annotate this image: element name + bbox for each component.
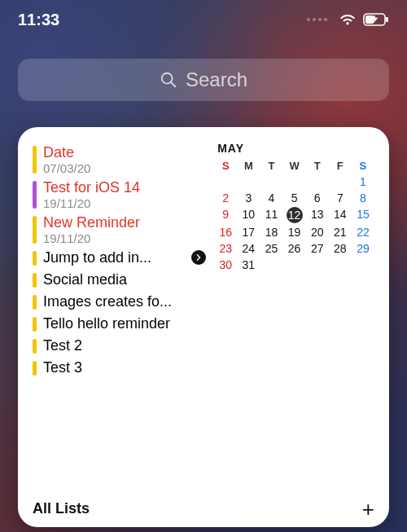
reminder-text: Images creates fo... [43,292,206,310]
svg-rect-1 [386,17,388,22]
reminder-text: Date07/03/20 [43,143,206,175]
reminder-row[interactable]: Date07/03/20 [33,143,206,175]
calendar-day[interactable]: 7 [329,190,352,206]
reminder-color-pill [33,216,37,244]
reminder-color-pill [33,339,37,354]
reminder-title: Tello hello reminder [43,314,206,332]
reminder-text: Test 3 [43,358,206,376]
calendar-day[interactable]: 28 [329,240,352,257]
search-icon [160,71,177,89]
reminder-row[interactable]: Social media [33,270,206,288]
chevron-right-icon [191,250,206,265]
reminder-text: Test 2 [43,336,206,354]
reminder-title: Test 3 [43,358,206,376]
reminder-text: Social media [43,270,206,288]
reminder-color-pill [33,361,37,376]
reminder-text: New Reminder19/11/20 [43,213,206,245]
calendar: MAY SMTWTFS12345678910111213141516171819… [214,142,374,492]
calendar-day[interactable]: 22 [352,224,374,240]
reminders-calendar-widget: Date07/03/20Test for iOS 1419/11/20New R… [18,127,389,527]
calendar-day[interactable]: 23 [214,240,237,257]
svg-line-4 [171,82,175,86]
calendar-day[interactable]: 2 [214,190,237,206]
calendar-day[interactable]: 25 [260,240,282,257]
reminder-title: New Reminder [43,213,206,231]
calendar-day[interactable]: 5 [283,190,306,206]
calendar-day[interactable]: 11 [260,206,282,224]
reminder-color-pill [33,295,37,310]
reminder-title: Images creates fo... [43,292,206,310]
calendar-weekday: S [352,158,374,174]
calendar-day[interactable]: 19 [283,224,306,240]
calendar-day[interactable]: 8 [352,190,374,206]
search-bar[interactable]: Search [18,59,389,101]
reminder-color-pill [33,317,37,332]
calendar-day[interactable]: 4 [260,190,282,206]
calendar-day[interactable]: 13 [306,206,329,224]
reminder-color-pill [33,181,37,209]
calendar-day[interactable]: 24 [237,240,260,257]
reminder-title: Test for iOS 14 [43,178,206,196]
calendar-day[interactable]: 6 [306,190,329,206]
calendar-day[interactable]: 27 [306,240,329,257]
status-bar: 11:33 [0,0,407,39]
calendar-day[interactable]: 20 [306,224,329,240]
calendar-month-label: MAY [217,142,374,155]
reminder-text: Tello hello reminder [43,314,206,332]
calendar-day[interactable]: 12 [283,206,306,224]
status-time: 11:33 [18,11,59,29]
calendar-weekday: F [329,158,352,174]
add-reminder-button[interactable]: + [362,501,374,517]
calendar-day[interactable]: 31 [237,257,260,273]
page-dots [307,18,327,21]
calendar-day[interactable]: 30 [214,257,237,273]
status-right [307,13,389,26]
calendar-day[interactable]: 9 [214,206,237,224]
calendar-day[interactable]: 18 [260,224,282,240]
reminder-row[interactable]: Jump to add in... [33,248,206,266]
reminder-date: 19/11/20 [43,231,206,245]
reminder-color-pill [33,251,37,266]
calendar-day[interactable]: 1 [352,174,374,190]
widget-footer: All Lists + [33,492,374,517]
reminder-row[interactable]: Images creates fo... [33,292,206,310]
calendar-day[interactable]: 17 [237,224,260,240]
calendar-day[interactable]: 21 [329,224,352,240]
reminder-date: 07/03/20 [43,161,206,175]
calendar-weekday: T [306,158,329,174]
calendar-weekday: M [237,158,260,174]
calendar-day[interactable]: 10 [237,206,260,224]
reminder-title: Jump to add in... [43,248,185,266]
reminder-row[interactable]: New Reminder19/11/20 [33,213,206,245]
reminder-text: Test for iOS 1419/11/20 [43,178,206,210]
reminder-row[interactable]: Tello hello reminder [33,314,206,332]
all-lists-button[interactable]: All Lists [33,500,90,517]
reminder-row[interactable]: Test 3 [33,358,206,376]
calendar-weekday: W [283,158,306,174]
reminder-title: Test 2 [43,336,206,354]
reminder-title: Date [43,143,206,161]
calendar-grid: SMTWTFS123456789101112131415161718192021… [214,158,374,273]
reminder-row[interactable]: Test 2 [33,336,206,354]
reminder-color-pill [33,273,37,288]
calendar-day-today: 12 [287,207,303,223]
reminder-row[interactable]: Test for iOS 1419/11/20 [33,178,206,210]
search-placeholder: Search [186,68,247,91]
reminder-date: 19/11/20 [43,196,206,210]
reminder-title: Social media [43,270,206,288]
calendar-day[interactable]: 26 [283,240,306,257]
calendar-day[interactable]: 16 [214,224,237,240]
calendar-day[interactable]: 29 [352,240,374,257]
calendar-day[interactable]: 3 [237,190,260,206]
wifi-icon [339,13,357,26]
reminders-list: Date07/03/20Test for iOS 1419/11/20New R… [33,142,206,492]
calendar-day[interactable]: 15 [352,206,374,224]
calendar-day[interactable]: 14 [329,206,352,224]
reminder-text: Jump to add in... [43,248,185,266]
calendar-weekday: T [260,158,282,174]
reminder-color-pill [33,146,37,174]
calendar-weekday: S [214,158,237,174]
battery-charging-icon [363,13,389,26]
